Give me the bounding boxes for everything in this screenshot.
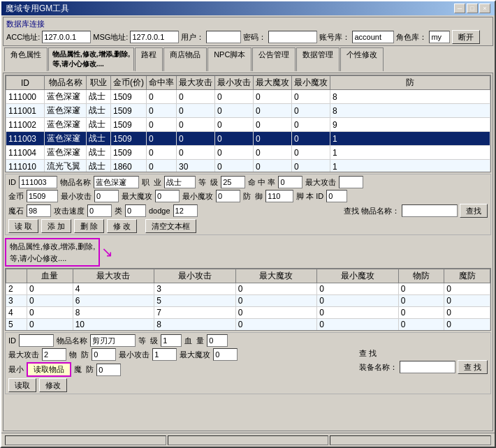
lower-name-input[interactable] (90, 334, 136, 347)
item-name-input[interactable] (94, 176, 139, 188)
lower-search-button[interactable]: 查 找 (458, 360, 488, 374)
dodge-input[interactable] (173, 204, 198, 217)
status-segment-3 (330, 435, 491, 445)
read-button[interactable]: 读 取 (8, 219, 38, 233)
type-label: 类 (115, 206, 122, 216)
clear-button[interactable]: 清空文本框 (145, 219, 196, 233)
lower-table-row[interactable]: 6 0 12 10 0 0 0 0 (6, 331, 490, 331)
lower-mdef-input[interactable] (96, 364, 121, 376)
max-atk-input[interactable] (339, 176, 363, 188)
lower-modify-button[interactable]: 修改 (39, 378, 67, 392)
user-input[interactable] (206, 31, 241, 43)
minimize-button[interactable]: ─ (454, 3, 465, 13)
magic-stone-input[interactable] (27, 204, 51, 217)
pwd-input[interactable] (268, 31, 317, 43)
lower-maxatk-input[interactable] (42, 348, 66, 361)
lower-level-label: 等 级 (138, 336, 158, 346)
min-mag-input[interactable] (216, 190, 240, 202)
lower-hp-input[interactable] (207, 334, 228, 347)
type-input[interactable] (125, 204, 146, 217)
def-input[interactable] (265, 190, 293, 202)
level-input[interactable] (221, 176, 245, 188)
upper-table-row[interactable]: 111010 流光飞翼 战士 1860 0 30 0 0 0 1 (6, 160, 490, 173)
lower-col-hp: 血量 (27, 269, 73, 283)
close-button[interactable]: × (479, 3, 490, 13)
acc-db-input[interactable] (352, 31, 394, 43)
id-input[interactable] (19, 176, 57, 188)
modify-button[interactable]: 修 改 (107, 219, 137, 233)
max-mag-label: 最大魔攻 (122, 191, 152, 202)
search-button[interactable]: 查找 (460, 204, 488, 218)
role-db-label: 角色库： (396, 32, 427, 43)
lower-id-input[interactable] (19, 334, 54, 347)
lower-minmag-label: 最小 (8, 364, 24, 375)
def-label: 防 御 (243, 191, 263, 202)
dodge-label: dodge (149, 207, 170, 215)
upper-table-row[interactable]: 111002 蓝色深邃 战士 1509 0 0 0 0 0 9 (6, 118, 490, 132)
tab-route[interactable]: 路程 (135, 47, 163, 71)
atk-speed-input[interactable] (87, 204, 112, 217)
arrow-down-icon: ↘ (101, 244, 113, 260)
max-mag-input[interactable] (155, 190, 180, 202)
foot-input[interactable] (326, 190, 347, 202)
lower-equip-name-label: 装备名称： (359, 362, 397, 373)
col-maxmag: 最大魔攻 (254, 76, 292, 90)
lower-col-mdef: 魔防 (444, 269, 490, 283)
role-db-input[interactable] (429, 31, 450, 43)
acc-input[interactable] (42, 31, 91, 43)
lower-read-button[interactable]: 读取 (8, 378, 36, 392)
tab-npc[interactable]: NPC脚本 (207, 47, 251, 71)
col-minatk: 最小攻击 (215, 76, 254, 90)
lower-table-row[interactable]: 4 0 8 7 0 0 0 0 (6, 307, 490, 319)
atk-speed-label: 攻击速度 (54, 206, 85, 216)
lower-table-row[interactable]: 5 0 10 8 0 0 0 0 (6, 319, 490, 331)
lower-hp-label: 血 量 (184, 336, 204, 346)
job-label: 职 业 (142, 177, 161, 188)
lower-maxmag-input[interactable] (213, 348, 238, 361)
lower-maxatk-label: 最大攻击 (8, 350, 39, 360)
lower-name-label: 物品名称 (57, 336, 87, 346)
magic-stone-label: 魔石 (8, 206, 24, 216)
lower-equip-name-input[interactable] (400, 361, 455, 373)
msg-label: MSG地址: (93, 32, 128, 43)
lower-level-input[interactable] (161, 334, 182, 347)
hit-label: 命 中 率 (248, 177, 275, 188)
msg-input[interactable] (130, 31, 179, 43)
connect-button[interactable]: 断开 (452, 30, 480, 44)
lower-pdef-input[interactable] (92, 348, 116, 361)
upper-table-row[interactable]: 111004 蓝色深邃 战士 1509 0 0 0 0 0 1 (6, 146, 490, 160)
tab-custom[interactable]: 个性修改 (340, 47, 384, 71)
tab-notice[interactable]: 公告管理 (252, 47, 296, 71)
tab-role[interactable]: 角色属性 (4, 47, 48, 71)
maximize-button[interactable]: □ (467, 3, 478, 13)
upper-table-row[interactable]: 111000 蓝色深邃 战士 1509 0 0 0 0 0 8 (6, 90, 490, 104)
id-label: ID (8, 178, 16, 186)
lower-annotation: 物品属性,修改,增添,删除,等,请小心修改.... (5, 238, 100, 267)
status-bar (1, 433, 495, 447)
tab-shop[interactable]: 商店物品 (163, 47, 207, 71)
read-item-button[interactable]: 读取物品 (27, 362, 71, 377)
tab-item[interactable]: 物品属性,修改,增添,删除,等,请小心修改.... (48, 47, 134, 71)
upper-table-row[interactable]: 111003 蓝色深邃 战士 1509 0 0 0 0 0 1 (6, 132, 490, 146)
lower-minatk-input[interactable] (152, 348, 177, 361)
upper-table-row[interactable]: 111001 蓝色深邃 战士 1509 0 0 0 0 0 8 (6, 104, 490, 118)
min-mag-label: 最小魔攻 (182, 191, 213, 202)
item-name-search-label: 物品名称： (361, 206, 400, 216)
delete-button[interactable]: 删 除 (74, 219, 104, 233)
hit-input[interactable] (278, 176, 302, 188)
min-atk-input[interactable] (94, 190, 119, 202)
lower-table-row[interactable]: 3 0 6 5 0 0 0 0 (6, 295, 490, 307)
col-hit: 命中率 (147, 76, 177, 90)
add-button[interactable]: 添 加 (41, 219, 71, 233)
tab-data[interactable]: 数据管理 (296, 47, 340, 71)
job-input[interactable] (164, 176, 196, 188)
lower-mdef-label: 魔 防 (74, 364, 94, 375)
lower-col-maxatk: 最大攻击 (73, 269, 154, 283)
col-maxatk: 最大攻击 (177, 76, 215, 90)
item-name-search-input[interactable] (402, 204, 458, 217)
col-name: 物品名称 (45, 76, 87, 90)
db-section-label: 数据库连接 (6, 19, 490, 29)
price-input[interactable] (27, 190, 58, 202)
col-price: 金币(价) (111, 76, 147, 90)
lower-table-row[interactable]: 2 0 4 3 0 0 0 0 (6, 283, 490, 295)
